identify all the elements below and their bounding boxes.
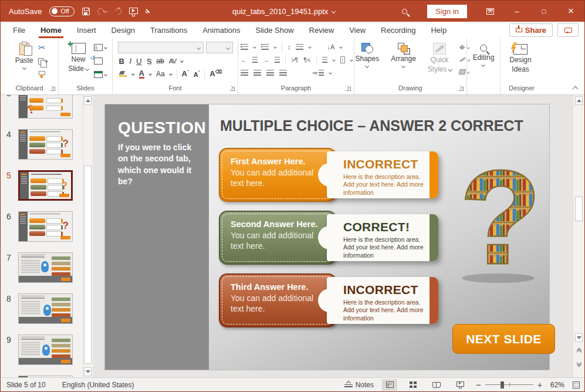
slide-indicator[interactable]: Slide 5 of 10	[6, 381, 46, 389]
next-slide-nav-button[interactable]	[575, 360, 583, 369]
paste-button[interactable]: Paste	[11, 41, 38, 71]
tab-slide-show[interactable]: Slide Show	[248, 23, 301, 38]
numbering-button[interactable]	[261, 44, 269, 50]
answer-1-result-card[interactable]: INCORRECT Here is the description area. …	[327, 151, 438, 198]
zoom-slider-thumb[interactable]	[501, 381, 504, 388]
thumbnail-scroll-thumb[interactable]	[84, 165, 92, 364]
close-button[interactable]: ×	[557, 1, 584, 22]
thumbnail-scroll-down-button[interactable]	[84, 367, 92, 376]
align-left-button[interactable]	[241, 70, 248, 76]
thumbnail-scroll-up-button[interactable]	[84, 96, 92, 105]
underline-button[interactable]: U	[136, 57, 141, 66]
align-center-button[interactable]	[253, 70, 261, 76]
drawing-dialog-launcher[interactable]	[459, 86, 464, 91]
thumbnail-slide-7[interactable]: 7	[1, 252, 82, 283]
numbering-chevron-icon[interactable]	[273, 45, 277, 49]
document-title[interactable]: quiz_tabs_2010_19451.pptx	[177, 7, 391, 16]
arrange-chevron-icon[interactable]	[401, 64, 405, 68]
canvas-scroll-down-button[interactable]	[575, 333, 583, 342]
character-spacing-button[interactable]: AV	[169, 58, 177, 65]
maximize-button[interactable]: □	[530, 1, 557, 22]
tab-design[interactable]: Design	[104, 23, 143, 38]
highlight-button[interactable]	[119, 71, 127, 77]
copy-chevron-icon[interactable]	[45, 59, 49, 63]
increase-indent-button[interactable]: →	[263, 56, 269, 63]
language-indicator[interactable]: English (United States)	[62, 381, 134, 389]
minimize-button[interactable]: –	[503, 1, 530, 22]
shapes-button[interactable]: Shapes	[351, 41, 383, 69]
bold-button[interactable]: B	[119, 57, 124, 66]
justify-button[interactable]	[279, 70, 287, 76]
notes-toggle[interactable]: Notes	[344, 381, 374, 389]
bullets-chevron-icon[interactable]	[253, 45, 256, 49]
save-icon[interactable]	[82, 8, 90, 15]
highlight-chevron-icon[interactable]	[131, 72, 135, 76]
undo-icon[interactable]	[96, 6, 105, 15]
format-painter-button[interactable]	[38, 70, 48, 79]
canvas-scroll-up-button[interactable]	[575, 96, 583, 105]
decrease-font-size-button[interactable]: Aˇ	[194, 70, 200, 78]
text-direction-button[interactable]: ↓A	[327, 43, 334, 50]
text-direction-chevron-icon[interactable]	[339, 45, 343, 49]
quick-access-toolbar-chevron-icon[interactable]	[145, 9, 149, 13]
paragraph-dialog-launcher[interactable]	[346, 86, 351, 91]
align-right-button[interactable]	[266, 70, 274, 76]
line-spacing-chevron-icon[interactable]	[309, 45, 312, 49]
smartart-button[interactable]: ⇒	[312, 69, 324, 77]
text-shadow-button[interactable]: S	[147, 57, 152, 66]
search-button[interactable]	[391, 1, 418, 22]
thumbnail-slide-8[interactable]: 8	[1, 293, 82, 324]
question-sidebar[interactable]: QUESTION If you were to click on the sec…	[105, 104, 209, 370]
answer-2-result-card[interactable]: CORRECT! Here is the description area. A…	[327, 214, 438, 261]
editing-button[interactable]: Editing	[469, 41, 499, 68]
font-size-combo[interactable]	[206, 42, 233, 53]
previous-slide-button[interactable]	[575, 346, 583, 354]
italic-button[interactable]: I	[129, 56, 131, 66]
redo-icon[interactable]	[114, 6, 123, 15]
thumbnail-slide-6[interactable]: 6 ?	[1, 211, 82, 242]
slide-title[interactable]: MULTIPLE CHOICE – ANSWER 2 CORRECT	[220, 117, 523, 134]
arrange-button[interactable]: Arrange	[387, 41, 420, 69]
normal-view-button[interactable]	[382, 379, 397, 391]
tab-insert[interactable]: Insert	[69, 23, 104, 38]
ltr-button[interactable]: >¶	[291, 56, 298, 63]
tab-transitions[interactable]: Transitions	[143, 23, 195, 38]
sign-in-button[interactable]: Sign in	[427, 5, 467, 18]
canvas-scrollbar[interactable]	[573, 95, 584, 377]
canvas-scroll-thumb[interactable]	[575, 197, 583, 221]
paste-chevron-icon[interactable]	[22, 66, 26, 70]
tab-help[interactable]: Help	[423, 23, 454, 38]
tab-file[interactable]: File	[5, 23, 33, 38]
shapes-chevron-icon[interactable]	[365, 64, 369, 68]
share-button[interactable]: Share	[509, 23, 553, 37]
slide-4-thumbnail[interactable]: ?	[18, 129, 73, 160]
ribbon-display-options-button[interactable]	[476, 1, 503, 22]
reading-view-button[interactable]	[429, 379, 444, 391]
font-dialog-launcher[interactable]	[230, 86, 235, 91]
copy-button[interactable]	[38, 56, 48, 66]
rtl-button[interactable]: ¶<	[303, 56, 310, 63]
font-color-button[interactable]: A	[139, 69, 144, 79]
tab-review[interactable]: Review	[302, 23, 342, 38]
slide-canvas[interactable]: QUESTION If you were to click on the sec…	[93, 95, 573, 377]
character-spacing-chevron-icon[interactable]	[180, 59, 184, 63]
cut-button[interactable]: ✂	[38, 43, 48, 52]
tab-animations[interactable]: Animations	[195, 23, 248, 38]
start-presentation-icon[interactable]	[129, 8, 138, 14]
clear-formatting-button[interactable]: A⌫	[209, 69, 222, 78]
align-text-button[interactable]: ↕	[340, 56, 346, 63]
slide-7-thumbnail[interactable]	[18, 252, 73, 283]
thumbnail-slide-3[interactable]: 3 ?	[1, 95, 82, 119]
thumbnail-slide-5-selected[interactable]: 5 ?	[1, 170, 82, 201]
zoom-in-button[interactable]: +	[537, 380, 542, 390]
fit-slide-to-window-button[interactable]	[573, 381, 580, 388]
collapse-ribbon-chevron-icon[interactable]	[573, 86, 579, 92]
zoom-out-button[interactable]: −	[476, 380, 481, 390]
slide-6-thumbnail[interactable]: ?	[18, 211, 73, 242]
strikethrough-button[interactable]: ab	[156, 57, 164, 65]
columns-button[interactable]	[322, 57, 327, 63]
zoom-slider[interactable]	[485, 384, 533, 386]
tab-view[interactable]: View	[341, 23, 373, 38]
quick-styles-button[interactable]: Quick Styles	[424, 41, 456, 75]
editing-chevron-icon[interactable]	[481, 63, 485, 67]
